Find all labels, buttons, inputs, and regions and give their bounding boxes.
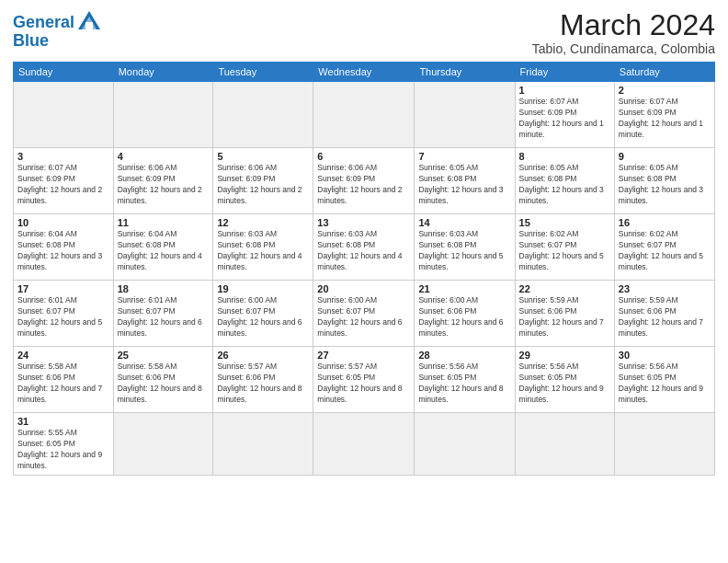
table-row: 10Sunrise: 6:04 AM Sunset: 6:08 PM Dayli… <box>14 214 114 281</box>
calendar-week-row: 3Sunrise: 6:07 AM Sunset: 6:09 PM Daylig… <box>14 148 715 214</box>
day-number: 16 <box>619 217 711 228</box>
day-number: 26 <box>217 350 309 361</box>
calendar-table: Sunday Monday Tuesday Wednesday Thursday… <box>13 62 715 476</box>
table-row: 23Sunrise: 5:59 AM Sunset: 6:06 PM Dayli… <box>614 281 714 347</box>
table-row: 16Sunrise: 6:02 AM Sunset: 6:07 PM Dayli… <box>614 214 714 281</box>
day-info: Sunrise: 6:05 AM Sunset: 6:08 PM Dayligh… <box>519 163 610 207</box>
table-row: 2Sunrise: 6:07 AM Sunset: 6:09 PM Daylig… <box>614 82 714 148</box>
day-info: Sunrise: 6:03 AM Sunset: 6:08 PM Dayligh… <box>418 229 510 273</box>
table-row: 22Sunrise: 5:59 AM Sunset: 6:06 PM Dayli… <box>515 281 614 347</box>
table-row: 1Sunrise: 6:07 AM Sunset: 6:09 PM Daylig… <box>515 82 614 148</box>
table-row: 17Sunrise: 6:01 AM Sunset: 6:07 PM Dayli… <box>14 281 114 347</box>
table-row: 9Sunrise: 6:05 AM Sunset: 6:08 PM Daylig… <box>614 148 714 214</box>
day-number: 19 <box>217 283 309 294</box>
col-thursday: Thursday <box>415 63 515 82</box>
day-number: 9 <box>619 151 711 162</box>
day-number: 22 <box>519 283 610 294</box>
day-number: 21 <box>418 283 510 294</box>
table-row: 7Sunrise: 6:05 AM Sunset: 6:08 PM Daylig… <box>415 148 515 214</box>
day-number: 1 <box>519 85 610 96</box>
day-number: 5 <box>217 151 309 162</box>
col-monday: Monday <box>113 63 213 82</box>
col-wednesday: Wednesday <box>313 63 415 82</box>
day-info: Sunrise: 6:03 AM Sunset: 6:08 PM Dayligh… <box>317 229 410 273</box>
table-row <box>415 413 515 476</box>
table-row: 12Sunrise: 6:03 AM Sunset: 6:08 PM Dayli… <box>213 214 313 281</box>
col-friday: Friday <box>515 63 614 82</box>
table-row <box>213 82 313 148</box>
day-number: 7 <box>418 151 510 162</box>
day-info: Sunrise: 6:04 AM Sunset: 6:08 PM Dayligh… <box>118 229 210 273</box>
day-info: Sunrise: 6:06 AM Sunset: 6:09 PM Dayligh… <box>118 163 210 207</box>
calendar-week-row: 31Sunrise: 5:55 AM Sunset: 6:05 PM Dayli… <box>14 413 715 476</box>
logo-text: General <box>13 14 74 30</box>
day-info: Sunrise: 5:58 AM Sunset: 6:06 PM Dayligh… <box>17 362 109 406</box>
day-info: Sunrise: 5:58 AM Sunset: 6:06 PM Dayligh… <box>118 362 210 406</box>
table-row: 26Sunrise: 5:57 AM Sunset: 6:06 PM Dayli… <box>213 347 313 413</box>
day-number: 13 <box>317 217 410 228</box>
table-row: 20Sunrise: 6:00 AM Sunset: 6:07 PM Dayli… <box>313 281 415 347</box>
table-row <box>113 413 213 476</box>
table-row: 8Sunrise: 6:05 AM Sunset: 6:08 PM Daylig… <box>515 148 614 214</box>
table-row: 29Sunrise: 5:56 AM Sunset: 6:05 PM Dayli… <box>515 347 614 413</box>
day-number: 3 <box>17 151 109 162</box>
table-row: 14Sunrise: 6:03 AM Sunset: 6:08 PM Dayli… <box>415 214 515 281</box>
day-number: 27 <box>317 350 410 361</box>
col-sunday: Sunday <box>14 63 114 82</box>
day-number: 15 <box>519 217 610 228</box>
day-info: Sunrise: 6:00 AM Sunset: 6:07 PM Dayligh… <box>317 295 410 339</box>
page-header: General Blue March 2024 Tabio, Cundinama… <box>13 9 715 56</box>
table-row <box>515 413 614 476</box>
table-row <box>415 82 515 148</box>
logo-icon <box>76 9 102 35</box>
day-number: 24 <box>17 350 109 361</box>
svg-rect-2 <box>85 22 93 29</box>
table-row: 3Sunrise: 6:07 AM Sunset: 6:09 PM Daylig… <box>14 148 114 214</box>
day-info: Sunrise: 6:00 AM Sunset: 6:06 PM Dayligh… <box>418 295 510 339</box>
day-number: 18 <box>118 283 210 294</box>
day-info: Sunrise: 5:56 AM Sunset: 6:05 PM Dayligh… <box>519 362 610 406</box>
day-number: 6 <box>317 151 410 162</box>
day-info: Sunrise: 6:07 AM Sunset: 6:09 PM Dayligh… <box>519 97 610 141</box>
col-tuesday: Tuesday <box>213 63 313 82</box>
table-row: 19Sunrise: 6:00 AM Sunset: 6:07 PM Dayli… <box>213 281 313 347</box>
calendar-week-row: 17Sunrise: 6:01 AM Sunset: 6:07 PM Dayli… <box>14 281 715 347</box>
day-info: Sunrise: 5:59 AM Sunset: 6:06 PM Dayligh… <box>619 295 711 339</box>
day-info: Sunrise: 5:57 AM Sunset: 6:06 PM Dayligh… <box>217 362 309 406</box>
table-row <box>313 82 415 148</box>
day-info: Sunrise: 5:57 AM Sunset: 6:05 PM Dayligh… <box>317 362 410 406</box>
table-row: 21Sunrise: 6:00 AM Sunset: 6:06 PM Dayli… <box>415 281 515 347</box>
day-info: Sunrise: 5:56 AM Sunset: 6:05 PM Dayligh… <box>619 362 711 406</box>
table-row: 27Sunrise: 5:57 AM Sunset: 6:05 PM Dayli… <box>313 347 415 413</box>
table-row: 6Sunrise: 6:06 AM Sunset: 6:09 PM Daylig… <box>313 148 415 214</box>
day-number: 25 <box>118 350 210 361</box>
day-info: Sunrise: 6:03 AM Sunset: 6:08 PM Dayligh… <box>217 229 309 273</box>
day-info: Sunrise: 6:04 AM Sunset: 6:08 PM Dayligh… <box>17 229 109 273</box>
day-number: 11 <box>118 217 210 228</box>
calendar-week-row: 1Sunrise: 6:07 AM Sunset: 6:09 PM Daylig… <box>14 82 715 148</box>
day-number: 10 <box>17 217 109 228</box>
day-number: 4 <box>118 151 210 162</box>
table-row: 31Sunrise: 5:55 AM Sunset: 6:05 PM Dayli… <box>14 413 114 476</box>
table-row: 28Sunrise: 5:56 AM Sunset: 6:05 PM Dayli… <box>415 347 515 413</box>
day-info: Sunrise: 6:06 AM Sunset: 6:09 PM Dayligh… <box>217 163 309 207</box>
day-info: Sunrise: 6:00 AM Sunset: 6:07 PM Dayligh… <box>217 295 309 339</box>
day-info: Sunrise: 5:59 AM Sunset: 6:06 PM Dayligh… <box>519 295 610 339</box>
day-info: Sunrise: 6:01 AM Sunset: 6:07 PM Dayligh… <box>118 295 210 339</box>
table-row <box>313 413 415 476</box>
day-number: 31 <box>17 416 109 427</box>
logo-blue-text: Blue <box>13 31 49 51</box>
location-title: Tabio, Cundinamarca, Colombia <box>532 41 715 56</box>
table-row <box>113 82 213 148</box>
day-number: 28 <box>418 350 510 361</box>
table-row: 5Sunrise: 6:06 AM Sunset: 6:09 PM Daylig… <box>213 148 313 214</box>
title-area: March 2024 Tabio, Cundinamarca, Colombia <box>532 9 715 56</box>
day-number: 8 <box>519 151 610 162</box>
table-row: 4Sunrise: 6:06 AM Sunset: 6:09 PM Daylig… <box>113 148 213 214</box>
day-info: Sunrise: 6:01 AM Sunset: 6:07 PM Dayligh… <box>17 295 109 339</box>
day-info: Sunrise: 5:55 AM Sunset: 6:05 PM Dayligh… <box>17 428 109 472</box>
day-info: Sunrise: 6:02 AM Sunset: 6:07 PM Dayligh… <box>519 229 610 273</box>
table-row: 13Sunrise: 6:03 AM Sunset: 6:08 PM Dayli… <box>313 214 415 281</box>
day-number: 14 <box>418 217 510 228</box>
day-number: 29 <box>519 350 610 361</box>
